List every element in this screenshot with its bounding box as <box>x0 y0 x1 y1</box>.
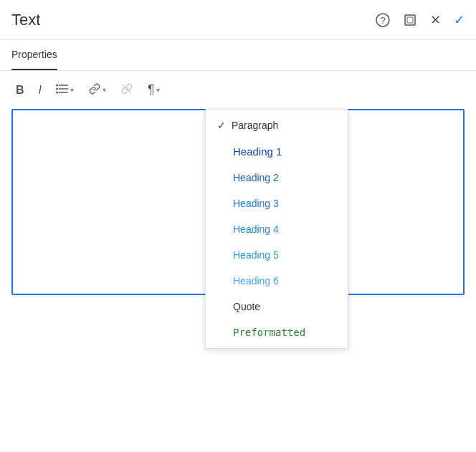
close-icon[interactable]: ✕ <box>430 12 441 28</box>
svg-text:?: ? <box>380 15 385 26</box>
dropdown-item-label: Heading 1 <box>233 145 282 158</box>
unlink-icon <box>120 83 133 97</box>
link-button[interactable]: ▾ <box>84 80 110 100</box>
dropdown-item-label: Preformatted <box>233 327 305 338</box>
confirm-icon[interactable]: ✓ <box>454 12 465 28</box>
header: Text ? ✕ ✓ <box>0 0 476 40</box>
dropdown-item-label: Paragraph <box>232 120 278 131</box>
dropdown-item-h6[interactable]: Heading 6 <box>206 268 348 294</box>
dropdown-item-label: Heading 4 <box>233 223 279 235</box>
dropdown-item-h2[interactable]: Heading 2 <box>206 165 348 191</box>
dropdown-item-h3[interactable]: Heading 3 <box>206 191 348 216</box>
svg-point-7 <box>56 84 58 86</box>
header-icons: ? ✕ ✓ <box>376 12 465 28</box>
svg-rect-3 <box>407 17 413 23</box>
svg-point-9 <box>56 91 58 93</box>
paragraph-button[interactable]: ¶ ▾ <box>143 80 164 100</box>
dropdown-item-label: Heading 2 <box>233 172 279 183</box>
help-icon[interactable]: ? <box>376 13 390 27</box>
link-icon <box>88 83 101 97</box>
list-icon <box>56 83 69 97</box>
dropdown-item-h5[interactable]: Heading 5 <box>206 242 348 268</box>
toolbar: B I ▾ ▾ <box>0 71 476 109</box>
italic-label: I <box>39 84 42 97</box>
bold-button[interactable]: B <box>11 81 29 100</box>
dropdown-item-preformatted[interactable]: Preformatted <box>206 319 348 345</box>
list-arrow-icon: ▾ <box>70 86 74 94</box>
dropdown-item-h4[interactable]: Heading 4 <box>206 216 348 242</box>
maximize-icon[interactable] <box>403 13 417 27</box>
dropdown-item-label: Heading 5 <box>233 249 279 261</box>
tabs-bar: Properties <box>0 40 476 71</box>
page-title: Text <box>11 11 40 29</box>
paragraph-style-dropdown: ✓ParagraphHeading 1Heading 2Heading 3Hea… <box>205 109 348 349</box>
list-button[interactable]: ▾ <box>52 80 78 100</box>
unlink-button[interactable] <box>116 80 138 100</box>
checkmark-icon: ✓ <box>217 120 226 131</box>
dropdown-item-quote[interactable]: Quote <box>206 294 348 319</box>
editor-wrapper: ✓ParagraphHeading 1Heading 2Heading 3Hea… <box>11 109 465 298</box>
svg-rect-2 <box>405 15 415 25</box>
dropdown-item-label: Quote <box>233 301 260 312</box>
paragraph-arrow-icon: ▾ <box>156 86 160 94</box>
dropdown-item-label: Heading 3 <box>233 198 279 209</box>
dropdown-item-h1[interactable]: Heading 1 <box>206 138 348 165</box>
svg-point-8 <box>56 87 58 90</box>
paragraph-icon: ¶ <box>148 82 155 97</box>
dropdown-item-label: Heading 6 <box>233 275 279 287</box>
tab-properties[interactable]: Properties <box>11 40 57 70</box>
italic-button[interactable]: I <box>34 81 46 100</box>
link-arrow-icon: ▾ <box>103 86 106 94</box>
bold-label: B <box>16 84 24 97</box>
svg-line-10 <box>123 85 131 92</box>
dropdown-item-paragraph[interactable]: ✓Paragraph <box>206 112 348 138</box>
